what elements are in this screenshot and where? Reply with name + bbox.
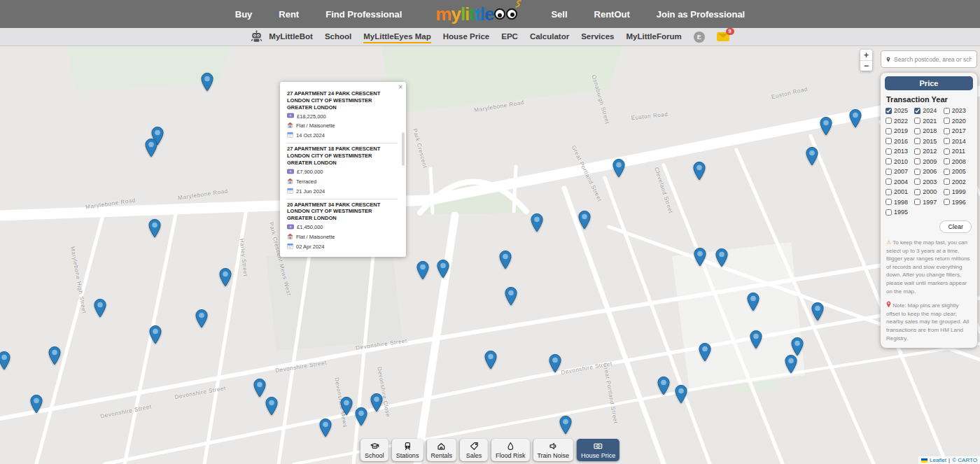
year-checkbox-1995[interactable]: 1995	[886, 209, 914, 216]
year-checkbox-2020[interactable]: 2020	[944, 118, 972, 125]
user-avatar[interactable]: E	[694, 31, 705, 43]
year-checkbox-input-1996[interactable]	[944, 199, 950, 205]
map-pin[interactable]	[693, 247, 707, 267]
map-pin[interactable]	[715, 248, 729, 267]
year-checkbox-input-2008[interactable]	[944, 158, 950, 164]
year-checkbox-2011[interactable]: 2011	[944, 148, 972, 155]
map-pin[interactable]	[692, 161, 706, 181]
map-pin[interactable]	[48, 346, 62, 365]
map-pin[interactable]	[148, 325, 162, 344]
map-pin[interactable]	[530, 213, 544, 232]
year-checkbox-2014[interactable]: 2014	[944, 138, 972, 145]
map-pin[interactable]	[746, 292, 760, 311]
nav-item-rent[interactable]: Rent	[279, 9, 299, 20]
year-checkbox-2008[interactable]: 2008	[944, 158, 972, 165]
carto-link[interactable]: © CARTO	[952, 457, 977, 463]
map-pin[interactable]	[698, 342, 712, 362]
nav-item-buy[interactable]: Buy	[235, 9, 253, 20]
year-checkbox-1999[interactable]: 1999	[944, 188, 972, 195]
year-checkbox-input-2013[interactable]	[886, 148, 892, 155]
subnav-item-school[interactable]: School	[325, 30, 351, 43]
year-checkbox-2005[interactable]: 2005	[944, 168, 972, 175]
subnav-item-house-price[interactable]: House Price	[443, 30, 489, 43]
map-pin[interactable]	[0, 351, 11, 370]
year-checkbox-2013[interactable]: 2013	[886, 148, 914, 155]
mail-icon[interactable]: 9	[717, 32, 729, 41]
map-pin[interactable]	[498, 250, 512, 269]
toolbar-button-train-noise[interactable]: Train Noise	[533, 439, 573, 461]
year-checkbox-input-1999[interactable]	[944, 189, 950, 195]
year-checkbox-input-2016[interactable]	[886, 138, 892, 144]
map-pin[interactable]	[559, 415, 573, 435]
toolbar-button-rentals[interactable]: Rentals	[426, 439, 456, 461]
year-checkbox-2019[interactable]: 2019	[886, 127, 914, 134]
map-pin[interactable]	[370, 393, 384, 412]
year-checkbox-2025[interactable]: 2025	[886, 107, 914, 114]
map-pin[interactable]	[29, 394, 43, 414]
toolbar-button-flood-risk[interactable]: Flood Risk	[491, 439, 530, 461]
year-checkbox-input-2004[interactable]	[886, 178, 892, 185]
mylittle-logo[interactable]: mylittle	[435, 5, 517, 23]
close-icon[interactable]: ×	[398, 83, 402, 91]
year-checkbox-input-2020[interactable]	[944, 118, 950, 124]
zoom-in-button[interactable]: +	[860, 50, 872, 60]
year-checkbox-2001[interactable]: 2001	[886, 188, 914, 195]
year-checkbox-input-2011[interactable]	[944, 148, 950, 155]
year-checkbox-2009[interactable]: 2009	[914, 158, 943, 165]
toolbar-button-school[interactable]: School	[360, 439, 388, 461]
year-checkbox-2024[interactable]: 2024	[914, 107, 943, 114]
toolbar-button-house-price[interactable]: House Price	[577, 439, 620, 461]
year-checkbox-2004[interactable]: 2004	[886, 178, 914, 185]
year-checkbox-2018[interactable]: 2018	[914, 127, 943, 134]
year-checkbox-input-2002[interactable]	[944, 178, 950, 185]
search-input[interactable]	[894, 56, 972, 63]
year-checkbox-2017[interactable]: 2017	[944, 127, 972, 134]
map-pin[interactable]	[218, 267, 232, 287]
nav-item-join-as-professional[interactable]: Join as Professional	[657, 9, 745, 20]
map-pin[interactable]	[612, 158, 626, 178]
subnav-item-calculator[interactable]: Calculator	[530, 30, 569, 43]
nav-item-sell[interactable]: Sell	[551, 9, 567, 20]
year-checkbox-input-2005[interactable]	[944, 169, 950, 175]
year-checkbox-2010[interactable]: 2010	[886, 158, 914, 165]
map-pin[interactable]	[674, 384, 688, 404]
map-pin[interactable]	[93, 298, 107, 318]
map-pin[interactable]	[340, 396, 354, 416]
year-checkbox-input-2012[interactable]	[914, 148, 920, 155]
map-pin[interactable]	[416, 260, 430, 280]
year-checkbox-input-2015[interactable]	[914, 138, 920, 144]
toolbar-button-sales[interactable]: Sales	[460, 439, 488, 461]
year-checkbox-input-2018[interactable]	[914, 128, 920, 134]
year-checkbox-1997[interactable]: 1997	[914, 199, 943, 206]
year-checkbox-input-2007[interactable]	[886, 169, 892, 175]
map-pin[interactable]	[805, 146, 819, 166]
property-popup[interactable]: × 27 APARTMENT 24 PARK CRESCENT LONDON C…	[280, 82, 406, 257]
map-pin[interactable]	[848, 108, 862, 128]
map-pin[interactable]	[790, 337, 804, 356]
year-checkbox-input-2021[interactable]	[914, 118, 920, 124]
year-checkbox-input-2000[interactable]	[914, 189, 920, 195]
map-pin[interactable]	[657, 376, 671, 395]
map-pin[interactable]	[484, 350, 498, 370]
year-checkbox-input-2023[interactable]	[944, 108, 950, 114]
subnav-item-services[interactable]: Services	[581, 30, 614, 43]
year-checkbox-input-2003[interactable]	[914, 178, 920, 185]
year-checkbox-2006[interactable]: 2006	[914, 168, 943, 175]
clear-button[interactable]: Clear	[939, 220, 972, 233]
year-checkbox-input-2009[interactable]	[914, 158, 920, 164]
year-checkbox-2023[interactable]: 2023	[944, 107, 972, 114]
year-checkbox-input-2017[interactable]	[944, 128, 950, 134]
subnav-item-mylittleforum[interactable]: MyLittleForum	[626, 30, 681, 43]
popup-scrollbar[interactable]	[402, 132, 405, 166]
leaflet-link[interactable]: Leaflet	[930, 457, 946, 463]
year-checkbox-2003[interactable]: 2003	[914, 178, 943, 185]
map-pin[interactable]	[749, 330, 763, 349]
year-checkbox-2002[interactable]: 2002	[944, 178, 972, 185]
map-pin[interactable]	[784, 354, 798, 374]
map-pin[interactable]	[819, 116, 833, 136]
toolbar-button-stations[interactable]: Stations	[392, 439, 424, 461]
year-checkbox-input-2022[interactable]	[886, 118, 892, 124]
map-pin[interactable]	[318, 418, 332, 437]
year-checkbox-2015[interactable]: 2015	[914, 138, 943, 145]
map-pin[interactable]	[200, 72, 214, 92]
